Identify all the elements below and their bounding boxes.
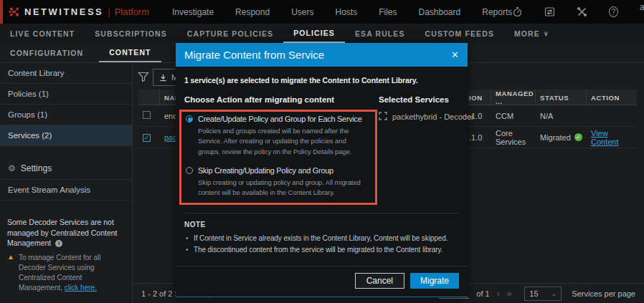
tab-policies[interactable]: POLICIES — [283, 24, 345, 43]
migrate-button[interactable]: Migrate — [410, 273, 459, 289]
header-action[interactable]: ACTION — [587, 90, 637, 105]
selected-service-item: packethybrid - Decoder — [379, 112, 474, 122]
tab-live-content[interactable]: LIVE CONTENT — [0, 24, 85, 43]
nav-respond[interactable]: Respond — [235, 7, 270, 17]
page-size-select[interactable]: 15 ⌄ — [524, 287, 562, 301]
info-icon[interactable]: i — [55, 240, 62, 247]
modal-intro-text: 1 service(s) are selected to migrate the… — [184, 76, 459, 85]
cell-status: Migrated ✓ — [536, 133, 587, 142]
sidebar-item-services[interactable]: Services (2) — [0, 125, 132, 146]
nav-investigate[interactable]: Investigate — [172, 7, 214, 17]
note-list: If Content in Service already exists in … — [184, 233, 459, 256]
decoder-service-icon — [379, 112, 387, 122]
page-size-label: Services per page — [572, 289, 635, 298]
topbar-utilities: ? admin › — [512, 2, 644, 22]
modal-footer: Cancel Migrate — [176, 266, 468, 297]
brand-name: NETWITNESS — [24, 6, 103, 17]
header-managed[interactable]: MANAGED ... — [491, 90, 536, 105]
radio-selected-icon[interactable] — [186, 115, 193, 122]
page-size-value: 15 — [529, 289, 538, 298]
click-here-link[interactable]: click here. — [65, 284, 97, 292]
option-label: Skip Creating/Updating Policy and Group — [198, 166, 333, 175]
view-content-link[interactable]: View Content — [591, 129, 619, 146]
note-item: The discontinued content from the servic… — [184, 244, 459, 256]
modal-header: Migrate Content from Service ✕ — [176, 43, 468, 67]
nav-hosts[interactable]: Hosts — [335, 7, 357, 17]
primary-nav: Investigate Respond Users Hosts Files Da… — [172, 7, 512, 17]
cell-status: N/A — [536, 112, 587, 120]
download-icon — [159, 74, 167, 82]
tab-more[interactable]: MORE ∨ — [504, 24, 559, 43]
gear-icon: ⚙ — [8, 163, 16, 173]
brand-red-strip — [0, 0, 3, 24]
warning-body: To manage Content for all Decoder Servic… — [19, 253, 120, 293]
decoder-warning-panel: Some Decoder Services are not managed by… — [0, 211, 128, 299]
tab-esa-rules[interactable]: ESA RULES — [345, 24, 415, 43]
modal-body: 1 service(s) are selected to migrate the… — [176, 67, 468, 256]
jobs-icon[interactable] — [544, 6, 555, 18]
sidebar-item-groups[interactable]: Groups (1) — [0, 105, 132, 125]
tab-custom-feeds[interactable]: CUSTOM FEEDS — [415, 24, 504, 43]
option-skip: Skip Creating/Updating Policy and Group … — [186, 166, 369, 198]
cell-managed: CCM — [491, 112, 536, 120]
tab-configuration[interactable]: CONFIGURATION — [0, 43, 93, 62]
admin-tools-icon[interactable] — [577, 6, 587, 18]
warning-triangle-icon: ▲ — [7, 253, 14, 293]
filter-funnel-icon[interactable] — [138, 72, 149, 85]
warning-title: Some Decoder Services are not managed by… — [7, 217, 120, 248]
last-page-icon[interactable]: » — [507, 289, 512, 299]
option-skip-radio-row[interactable]: Skip Creating/Updating Policy and Group — [186, 166, 369, 175]
choose-action-section: Choose Action after migrating content Cr… — [184, 95, 370, 203]
nav-users[interactable]: Users — [291, 7, 313, 17]
option-create-update: Create/Update Policy and Group for Each … — [186, 115, 369, 157]
tab-capture-policies[interactable]: CAPTURE POLICIES — [177, 24, 283, 43]
settings-label: Settings — [21, 163, 52, 173]
success-check-icon: ✓ — [574, 133, 582, 141]
tab-more-label: MORE — [514, 29, 540, 38]
selected-service-name: packethybrid - Decoder — [392, 112, 474, 121]
brand-product: Platform — [115, 6, 149, 17]
nav-reports[interactable]: Reports — [482, 7, 512, 17]
cell-managed: Core Services — [491, 129, 536, 146]
row-checkbox[interactable] — [143, 111, 151, 119]
row-checkbox[interactable]: ✓ — [143, 134, 151, 142]
tab-subscriptions[interactable]: SUBSCRIPTIONS — [85, 24, 177, 43]
nav-dashboard[interactable]: Dashboard — [419, 7, 461, 17]
radio-unselected-icon[interactable] — [186, 167, 193, 174]
cancel-button[interactable]: Cancel — [355, 273, 404, 289]
note-item: If Content in Service already exists in … — [184, 233, 459, 244]
user-name: admin — [640, 2, 644, 12]
choose-action-heading: Choose Action after migrating content — [184, 95, 370, 104]
user-menu[interactable]: admin › — [640, 2, 644, 22]
chevron-down-icon: ∨ — [544, 30, 549, 37]
selected-services-heading: Selected Services — [379, 95, 474, 104]
note-heading: NOTE — [184, 221, 459, 229]
next-page-icon[interactable]: › — [497, 289, 500, 299]
option-description: Policies and groups created will be name… — [198, 126, 369, 157]
sidebar-item-policies[interactable]: Policies (1) — [0, 84, 132, 105]
option-create-update-radio-row[interactable]: Create/Update Policy and Group for Each … — [186, 115, 369, 123]
sidebar-item-content-library[interactable]: Content Library — [0, 63, 132, 84]
brand-divider: | — [108, 6, 110, 17]
stopwatch-icon[interactable] — [512, 6, 523, 18]
note-divider — [184, 213, 459, 213]
chevron-down-icon: ⌄ — [551, 290, 557, 297]
status-text: Migrated — [540, 133, 571, 142]
tab-content[interactable]: CONTENT — [99, 43, 161, 62]
action-options: Create/Update Policy and Group for Each … — [184, 112, 370, 203]
sidebar-item-settings[interactable]: ⚙ Settings — [0, 158, 132, 179]
help-icon[interactable]: ? — [609, 6, 618, 17]
sidebar: Content Library Policies (1) Groups (1) … — [0, 63, 133, 303]
nav-files[interactable]: Files — [379, 7, 397, 17]
module-nav: LIVE CONTENT SUBSCRIPTIONS CAPTURE POLIC… — [0, 24, 644, 43]
option-label: Create/Update Policy and Group for Each … — [198, 115, 362, 123]
netwitness-logo[interactable]: NETWITNESS | Platform — [9, 6, 149, 18]
of-label: of 1 — [476, 289, 489, 298]
modal-title: Migrate Content from Service — [184, 49, 324, 61]
close-icon[interactable]: ✕ — [451, 49, 459, 60]
migrate-content-modal: Migrate Content from Service ✕ 1 service… — [176, 43, 468, 297]
sidebar-item-event-stream-analysis[interactable]: Event Stream Analysis — [0, 179, 132, 201]
top-app-bar: NETWITNESS | Platform Investigate Respon… — [0, 0, 644, 24]
header-status[interactable]: STATUS — [536, 90, 587, 105]
option-description: Skip creating or updating policy and gro… — [198, 178, 369, 198]
